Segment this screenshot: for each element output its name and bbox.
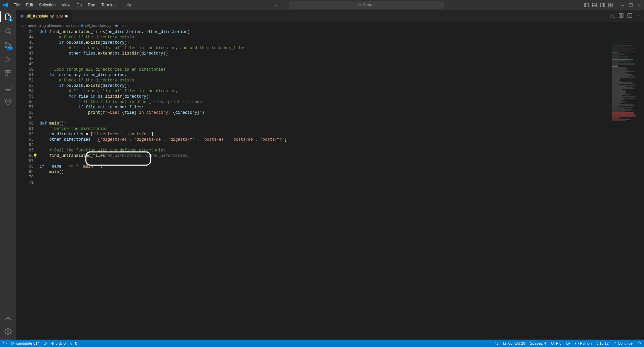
svg-rect-19	[5, 74, 7, 76]
language-mode[interactable]: { }Python	[575, 341, 592, 345]
svg-point-31	[13, 343, 14, 344]
symbol-function-icon: ⊕	[115, 24, 118, 28]
activity-settings[interactable]	[4, 327, 12, 336]
svg-rect-11	[611, 5, 613, 7]
explorer-badge: 1	[8, 18, 13, 22]
svg-point-0	[358, 4, 361, 6]
nav-forward-icon[interactable]: →	[281, 3, 285, 8]
svg-point-30	[11, 344, 12, 345]
chevron-right-icon: ›	[63, 24, 65, 28]
svg-line-1	[360, 6, 361, 7]
close-icon[interactable]: ✕	[638, 3, 641, 8]
minimap[interactable]	[610, 29, 644, 340]
python-file-icon: ⬢	[80, 24, 84, 28]
menu-terminal[interactable]: Terminal	[99, 1, 119, 9]
svg-point-24	[7, 331, 9, 333]
svg-point-12	[6, 29, 10, 33]
chevron-right-icon: ›	[78, 24, 79, 28]
activity-bar: 1 18	[0, 10, 16, 340]
maximize-icon[interactable]: ❐	[629, 3, 633, 8]
breadcrumb-part[interactable]: scripts	[66, 24, 77, 28]
split-editor-icon[interactable]	[628, 13, 632, 19]
svg-rect-26	[621, 13, 623, 17]
vscode-logo-icon	[3, 2, 8, 8]
chevron-right-icon: ›	[113, 24, 114, 28]
more-actions-icon[interactable]: ⋯	[636, 13, 641, 19]
breadcrumb-part[interactable]: util_translate.py	[85, 24, 111, 28]
statusbar: candidate-01* ⊘3 ⚠0 0 Ln 66, Col 29 Spac…	[0, 340, 644, 347]
indentation[interactable]: Spaces: 4	[530, 341, 546, 345]
menu-file[interactable]: File	[11, 1, 23, 9]
breadcrumb-symbol[interactable]: main	[119, 24, 127, 28]
lightbulb-icon[interactable]: 💡	[33, 153, 38, 159]
customize-layout-icon[interactable]	[608, 3, 613, 7]
svg-point-33	[495, 342, 497, 344]
svg-rect-10	[609, 5, 610, 7]
activity-run-debug[interactable]	[4, 55, 12, 63]
ports-indicator[interactable]: 0	[70, 341, 77, 345]
problems-indicator[interactable]: ⊘3 ⚠0	[51, 341, 66, 346]
svg-line-13	[9, 32, 11, 34]
tab-dirty-indicator	[65, 15, 68, 18]
tab-util-translate[interactable]: ⬢ util_translate.py 3, M	[16, 10, 72, 22]
svg-rect-6	[601, 3, 605, 7]
menu-help[interactable]: Help	[120, 1, 134, 9]
titlebar: File Edit Selection View Go Run Terminal…	[0, 0, 644, 10]
eol[interactable]: LF	[566, 341, 571, 345]
svg-rect-18	[9, 71, 11, 73]
menu-view[interactable]: View	[59, 1, 73, 9]
activity-accounts[interactable]	[4, 313, 12, 321]
activity-source-control[interactable]: 18	[4, 41, 12, 49]
breadcrumb[interactable]: ... › nextjs-blog-althemes › scripts › ⬢…	[16, 22, 644, 29]
encoding[interactable]: UTF-8	[551, 341, 562, 345]
activity-search[interactable]	[4, 27, 12, 35]
editor-tabs: ⬢ util_translate.py 3, M ▷▾ ⋯	[16, 10, 644, 22]
cursor-position[interactable]: Ln 66, Col 29	[503, 341, 525, 345]
breadcrumb-part[interactable]: nextjs-blog-althemes	[28, 24, 62, 28]
activity-remote[interactable]	[4, 83, 12, 92]
editor-area: ⬢ util_translate.py 3, M ▷▾ ⋯ ... › next…	[16, 10, 644, 340]
continue-status[interactable]: ✓Continue	[613, 341, 633, 346]
nav-back-icon[interactable]: ←	[274, 3, 278, 8]
activity-continue[interactable]	[4, 98, 12, 106]
menu-run[interactable]: Run	[85, 1, 98, 9]
svg-rect-25	[619, 13, 621, 17]
tab-modified-badge: 3, M	[56, 14, 63, 18]
search-icon	[357, 3, 362, 7]
toggle-primary-sidebar-icon[interactable]	[584, 3, 589, 7]
chevron-right-icon: ›	[25, 24, 27, 28]
breadcrumb-part[interactable]: ...	[21, 24, 24, 28]
sync-icon[interactable]	[43, 341, 47, 345]
menu-selection[interactable]: Selection	[36, 1, 58, 9]
toggle-secondary-sidebar-icon[interactable]	[600, 3, 605, 7]
minimize-icon[interactable]: ─	[621, 3, 624, 8]
python-file-icon: ⬢	[20, 14, 24, 19]
svg-rect-4	[593, 3, 597, 7]
activity-explorer[interactable]: 1	[4, 13, 12, 21]
svg-point-32	[71, 343, 72, 344]
run-file-icon[interactable]: ▷▾	[610, 13, 615, 19]
menu-edit[interactable]: Edit	[23, 1, 36, 9]
svg-point-16	[9, 44, 11, 46]
remote-indicator[interactable]	[3, 341, 7, 345]
activity-extensions[interactable]	[4, 69, 12, 77]
menubar: File Edit Selection View Go Run Terminal…	[11, 1, 134, 9]
code-content[interactable]: def find_untranslated_files(en_directori…	[40, 29, 644, 340]
menu-go[interactable]: Go	[74, 1, 84, 9]
svg-point-14	[5, 42, 7, 44]
svg-line-34	[497, 344, 498, 345]
code-editor[interactable]: 2244454647484950515253545556575859606162…	[16, 29, 644, 340]
svg-rect-20	[5, 85, 11, 90]
git-branch[interactable]: candidate-01*	[11, 341, 39, 345]
tab-filename: util_translate.py	[26, 14, 54, 19]
status-search-icon[interactable]	[494, 341, 498, 345]
scm-badge: 18	[7, 46, 13, 50]
command-center-search[interactable]: Search	[289, 1, 444, 9]
notifications-icon[interactable]	[637, 341, 641, 345]
toggle-panel-icon[interactable]	[592, 3, 597, 7]
search-placeholder: Search	[363, 3, 376, 7]
svg-rect-8	[609, 3, 610, 5]
compare-changes-icon[interactable]	[619, 13, 623, 19]
svg-rect-9	[611, 3, 613, 5]
python-version[interactable]: 3.10.12	[596, 341, 609, 345]
